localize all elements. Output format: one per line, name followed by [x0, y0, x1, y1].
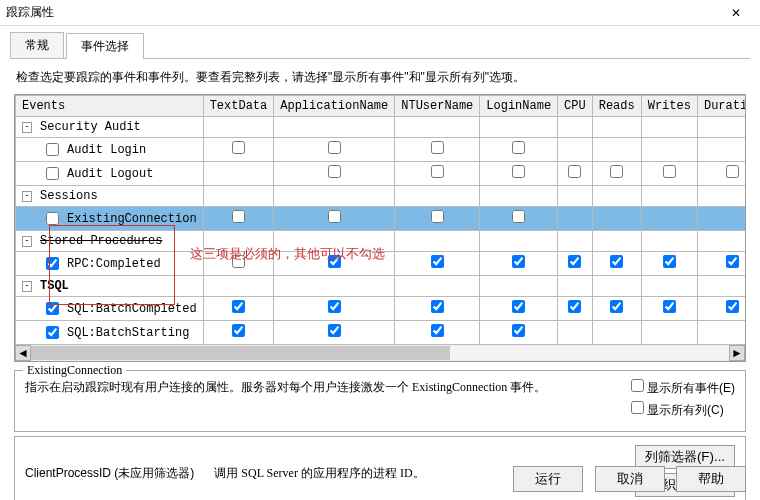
show-all-events-checkbox[interactable]: 显示所有事件(E)	[631, 379, 735, 397]
cell-checkbox[interactable]	[512, 210, 525, 223]
event-help-text: 指示在启动跟踪时现有用户连接的属性。服务器对每个用户连接激发一个 Existin…	[25, 379, 601, 423]
run-button[interactable]: 运行	[513, 466, 583, 492]
column-header[interactable]: Writes	[641, 96, 697, 117]
cell-checkbox[interactable]	[328, 165, 341, 178]
dialog-footer: 运行 取消 帮助	[505, 466, 746, 492]
tabs: 常规 事件选择	[10, 32, 750, 59]
horizontal-scrollbar[interactable]: ◄ ►	[15, 345, 745, 361]
event-group-row[interactable]: -Security Audit	[16, 117, 747, 138]
event-label: Stored Procedures	[40, 234, 162, 248]
column-header[interactable]: NTUserName	[395, 96, 480, 117]
collapse-icon[interactable]: -	[22, 122, 32, 133]
cell-checkbox[interactable]	[431, 300, 444, 313]
cell-checkbox[interactable]	[431, 255, 444, 268]
event-help-box: ExistingConnection 指示在启动跟踪时现有用户连接的属性。服务器…	[14, 370, 746, 432]
cell-checkbox[interactable]	[663, 165, 676, 178]
cell-checkbox[interactable]	[610, 300, 623, 313]
cell-checkbox[interactable]	[568, 300, 581, 313]
cell-checkbox[interactable]	[232, 141, 245, 154]
cell-checkbox[interactable]	[726, 255, 739, 268]
cell-checkbox[interactable]	[610, 255, 623, 268]
column-header[interactable]: Duration	[697, 96, 746, 117]
cell-checkbox[interactable]	[431, 165, 444, 178]
column-header[interactable]: Reads	[592, 96, 641, 117]
cell-checkbox[interactable]	[328, 210, 341, 223]
cell-checkbox[interactable]	[568, 165, 581, 178]
cell-checkbox[interactable]	[328, 300, 341, 313]
cell-checkbox[interactable]	[512, 300, 525, 313]
scroll-thumb[interactable]	[31, 346, 450, 360]
event-label: Security Audit	[40, 120, 141, 134]
event-row[interactable]: SQL:BatchCompleted	[16, 297, 747, 321]
titlebar: 跟踪属性 ✕	[0, 0, 760, 26]
event-enable-checkbox[interactable]	[46, 143, 59, 156]
cell-checkbox[interactable]	[568, 255, 581, 268]
tab-events[interactable]: 事件选择	[66, 33, 144, 59]
event-row[interactable]: RPC:Completed	[16, 252, 747, 276]
event-row[interactable]: ExistingConnection	[16, 207, 747, 231]
column-header[interactable]: Events	[16, 96, 204, 117]
show-all-columns-checkbox[interactable]: 显示所有列(C)	[631, 401, 735, 419]
scroll-right-icon[interactable]: ►	[729, 345, 745, 361]
cell-checkbox[interactable]	[663, 300, 676, 313]
event-enable-checkbox[interactable]	[46, 212, 59, 225]
cell-checkbox[interactable]	[431, 324, 444, 337]
collapse-icon[interactable]: -	[22, 236, 32, 247]
event-help-title: ExistingConnection	[23, 363, 126, 378]
event-enable-checkbox[interactable]	[46, 326, 59, 339]
cell-checkbox[interactable]	[431, 210, 444, 223]
events-grid: EventsTextDataApplicationNameNTUserNameL…	[14, 94, 746, 362]
collapse-icon[interactable]: -	[22, 281, 32, 292]
cell-checkbox[interactable]	[232, 210, 245, 223]
page-desc: 检查选定要跟踪的事件和事件列。要查看完整列表，请选择"显示所有事件"和"显示所有…	[16, 69, 744, 86]
cell-checkbox[interactable]	[232, 300, 245, 313]
event-label: Audit Logout	[67, 167, 153, 181]
event-group-row[interactable]: -Sessions	[16, 186, 747, 207]
cell-checkbox[interactable]	[431, 141, 444, 154]
event-label: TSQL	[40, 279, 69, 293]
cell-checkbox[interactable]	[512, 165, 525, 178]
event-group-row[interactable]: -Stored Procedures	[16, 231, 747, 252]
event-enable-checkbox[interactable]	[46, 167, 59, 180]
cell-checkbox[interactable]	[232, 324, 245, 337]
window-title: 跟踪属性	[6, 4, 718, 21]
event-label: SQL:BatchCompleted	[67, 302, 197, 316]
event-enable-checkbox[interactable]	[46, 302, 59, 315]
column-help-title: ClientProcessID (未应用筛选器)	[25, 465, 194, 482]
event-row[interactable]: SQL:BatchStarting	[16, 321, 747, 345]
event-label: Audit Login	[67, 143, 146, 157]
event-label: Sessions	[40, 189, 98, 203]
event-group-row[interactable]: -TSQL	[16, 276, 747, 297]
cell-checkbox[interactable]	[512, 141, 525, 154]
scroll-left-icon[interactable]: ◄	[15, 345, 31, 361]
event-enable-checkbox[interactable]	[46, 257, 59, 270]
collapse-icon[interactable]: -	[22, 191, 32, 202]
column-header[interactable]: LoginName	[480, 96, 558, 117]
cancel-button[interactable]: 取消	[595, 466, 665, 492]
event-row[interactable]: Audit Login	[16, 138, 747, 162]
cell-checkbox[interactable]	[663, 255, 676, 268]
cell-checkbox[interactable]	[232, 255, 245, 268]
column-header[interactable]: CPU	[558, 96, 593, 117]
cell-checkbox[interactable]	[610, 165, 623, 178]
cell-checkbox[interactable]	[328, 324, 341, 337]
cell-checkbox[interactable]	[328, 141, 341, 154]
cell-checkbox[interactable]	[726, 165, 739, 178]
event-label: ExistingConnection	[67, 212, 197, 226]
cell-checkbox[interactable]	[512, 255, 525, 268]
column-header[interactable]: TextData	[203, 96, 274, 117]
event-label: RPC:Completed	[67, 257, 161, 271]
event-row[interactable]: Audit Logout	[16, 162, 747, 186]
tab-general[interactable]: 常规	[10, 32, 64, 58]
close-icon[interactable]: ✕	[718, 6, 754, 20]
cell-checkbox[interactable]	[726, 300, 739, 313]
column-header[interactable]: ApplicationName	[274, 96, 395, 117]
cell-checkbox[interactable]	[328, 255, 341, 268]
cell-checkbox[interactable]	[512, 324, 525, 337]
event-label: SQL:BatchStarting	[67, 326, 189, 340]
help-button[interactable]: 帮助	[676, 466, 746, 492]
